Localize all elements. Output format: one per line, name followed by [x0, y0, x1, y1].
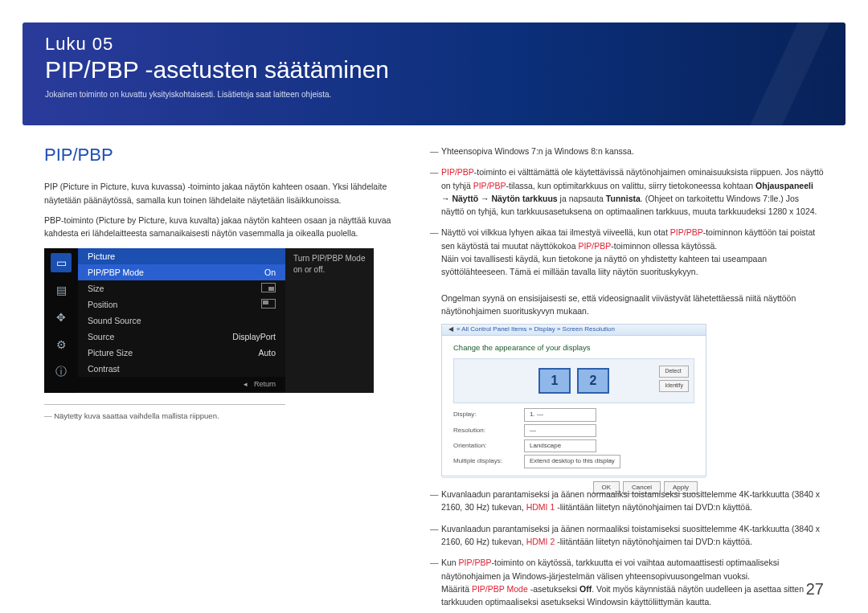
- osd-row: SourceDisplayPort: [78, 329, 285, 345]
- page-number: 27: [806, 580, 824, 599]
- osd-row: Picture SizeAuto: [78, 345, 285, 361]
- layout-icon: [261, 299, 276, 309]
- osd-row-value: On: [264, 268, 276, 277]
- osd-row-label: PIP/PBP Mode: [88, 268, 144, 277]
- osd-row-value: Auto: [258, 348, 276, 358]
- win-breadcrumb: ◀ « All Control Panel Items » Display » …: [442, 325, 706, 335]
- note-availability: PIP/PBP-toiminto ei välttämättä ole käyt…: [430, 166, 824, 218]
- return-label: Return: [254, 380, 276, 388]
- info-icon: ⓘ: [51, 362, 72, 382]
- layout-icon: [261, 283, 276, 292]
- pip-description: PIP (Picture in Picture, kuva kuvassa) -…: [44, 180, 398, 207]
- detect-button: Detect: [659, 366, 689, 378]
- osd-footer: ◂ Return: [78, 377, 285, 391]
- note-hdmi2: Kuvanlaadun parantamiseksi ja äänen norm…: [430, 522, 824, 549]
- note-compat: Yhteensopiva Windows 7:n ja Windows 8:n …: [430, 145, 824, 157]
- pbp-description: PBP-toiminto (Picture by Picture, kuva k…: [44, 214, 398, 241]
- monitor-2: 2: [577, 368, 609, 394]
- osd-title: Picture: [78, 248, 285, 264]
- osd-row: Sound Source: [78, 313, 285, 329]
- identify-button: Identify: [659, 380, 689, 392]
- osd-row: Contrast: [78, 361, 285, 377]
- note-hdmi1: Kuvanlaadun parantamiseksi ja äänen norm…: [430, 488, 824, 514]
- chapter-title: PIP/PBP -asetusten säätäminen: [45, 56, 823, 84]
- osd-row: Position: [78, 296, 285, 313]
- gear-icon: ⚙: [51, 335, 72, 354]
- manual-page: Luku 05 PIP/PBP -asetusten säätäminen Jo…: [0, 0, 868, 613]
- osd-row-label: Picture Size: [88, 348, 133, 358]
- osd-row-label: Source: [88, 332, 114, 341]
- osd-sidebar: ▭ ▤ ✥ ⚙ ⓘ: [44, 248, 78, 393]
- monitor-1: 1: [538, 368, 571, 394]
- windows-display-screenshot: ◀ « All Control Panel Items » Display » …: [441, 324, 706, 476]
- chapter-subtitle: Jokainen toiminto on kuvattu yksityiskoh…: [45, 90, 823, 99]
- monitor-buttons: Detect Identify: [659, 366, 689, 392]
- arrows-icon: ✥: [51, 308, 72, 327]
- win-title: Change the appearance of your displays: [453, 342, 694, 354]
- monitor-icon: ▭: [51, 253, 72, 272]
- osd-main: Picture PIP/PBP ModeOnSizePositionSound …: [78, 248, 285, 393]
- right-column: Yhteensopiva Windows 7:n ja Windows 8:n …: [430, 145, 824, 589]
- note-resolution: Kun PIP/PBP-toiminto on käytössä, tarkku…: [430, 556, 824, 608]
- osd-row: Size: [78, 280, 285, 296]
- chapter-label: Luku 05: [45, 34, 823, 55]
- content-columns: PIP/PBP PIP (Picture in Picture, kuva ku…: [44, 145, 824, 589]
- osd-row-label: Size: [88, 284, 104, 293]
- monitor-preview: 1 2 Detect Identify: [453, 358, 694, 403]
- osd-row-value: [261, 283, 276, 294]
- osd-row-value: [261, 299, 276, 310]
- note-flicker: Näyttö voi vilkkua lyhyen aikaa tai ilme…: [430, 226, 824, 476]
- osd-screenshot: ▭ ▤ ✥ ⚙ ⓘ Picture PIP/PBP ModeOnSizePosi…: [44, 248, 374, 393]
- separator: [44, 404, 285, 405]
- notes-list: Yhteensopiva Windows 7:n ja Windows 8:n …: [430, 145, 824, 608]
- image-footnote: Näytetty kuva saattaa vaihdella mallista…: [44, 411, 398, 420]
- left-arrow-icon: ◂: [244, 380, 248, 388]
- osd-row: PIP/PBP ModeOn: [78, 264, 285, 280]
- osd-row-label: Position: [88, 300, 117, 309]
- picture-icon: ▤: [51, 280, 72, 300]
- osd-row-value: DisplayPort: [232, 332, 276, 341]
- osd-row-label: Contrast: [88, 364, 120, 374]
- chapter-header: Luku 05 PIP/PBP -asetusten säätäminen Jo…: [23, 22, 845, 125]
- section-heading: PIP/PBP: [44, 145, 398, 166]
- back-arrow-icon: ◀: [448, 325, 453, 334]
- left-column: PIP/PBP PIP (Picture in Picture, kuva ku…: [44, 145, 398, 589]
- osd-help-panel: Turn PIP/PBP Mode on or off.: [285, 248, 374, 393]
- win-body: Change the appearance of your displays 1…: [442, 336, 706, 477]
- osd-row-label: Sound Source: [88, 316, 141, 325]
